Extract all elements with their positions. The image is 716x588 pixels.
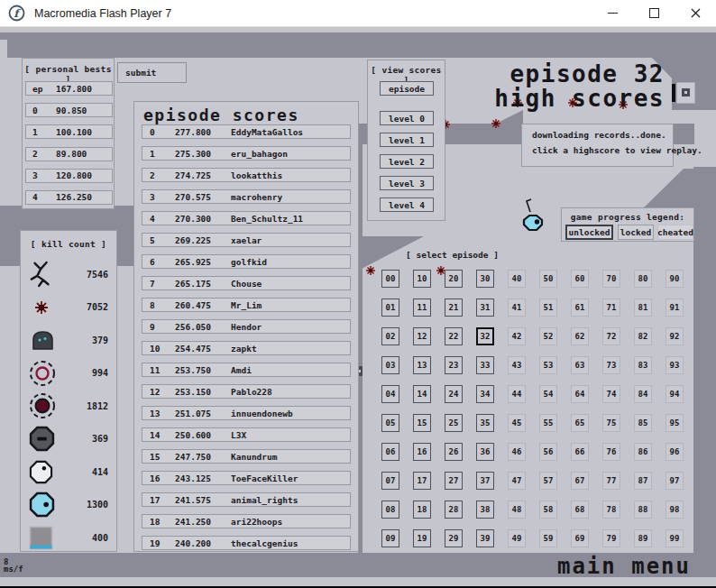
episode-cell[interactable]: 31 — [476, 299, 494, 317]
highscore-row[interactable]: 14 250.600 L3X — [142, 427, 351, 442]
episode-cell[interactable]: 21 — [445, 299, 463, 317]
episode-cell[interactable]: 14 — [413, 385, 431, 403]
view-level-3-button[interactable]: level 3 — [380, 176, 434, 190]
episode-cell[interactable]: 44 — [508, 385, 526, 403]
episode-cell[interactable]: 46 — [508, 443, 526, 461]
episode-cell[interactable]: 59 — [539, 529, 557, 547]
episode-cell[interactable]: 66 — [571, 443, 589, 461]
episode-cell[interactable]: 74 — [602, 385, 620, 403]
episode-cell[interactable]: 04 — [381, 385, 399, 403]
episode-cell[interactable]: 16 — [413, 443, 431, 461]
episode-cell[interactable]: 23 — [445, 356, 463, 374]
episode-cell[interactable]: 29 — [445, 529, 463, 547]
episode-cell[interactable]: 90 — [666, 270, 684, 288]
episode-cell[interactable]: 64 — [571, 385, 589, 403]
episode-cell[interactable]: 69 — [571, 529, 589, 547]
highscore-row[interactable]: 19 240.200 thecalcgenius — [142, 536, 351, 550]
episode-cell[interactable]: 30 — [476, 270, 494, 288]
highscore-row[interactable]: 10 254.475 zapkt — [142, 341, 351, 355]
episode-cell[interactable]: 76 — [602, 443, 620, 461]
highscore-row[interactable]: 16 243.125 ToeFaceKiller — [142, 471, 351, 485]
episode-cell[interactable]: 87 — [634, 472, 652, 490]
episode-cell[interactable]: 68 — [571, 501, 589, 519]
episode-cell[interactable]: 08 — [381, 501, 399, 519]
episode-cell[interactable]: 33 — [476, 356, 494, 374]
episode-cell[interactable]: 88 — [634, 501, 652, 519]
episode-cell[interactable]: 71 — [602, 299, 620, 317]
episode-cell[interactable]: 40 — [508, 270, 526, 288]
episode-cell[interactable]: 15 — [413, 414, 431, 432]
episode-cell[interactable]: 03 — [381, 356, 399, 374]
highscore-row[interactable]: 9 256.050 Hendor — [142, 319, 351, 334]
view-level-0-button[interactable]: level 0 — [380, 111, 434, 125]
episode-cell[interactable]: 84 — [634, 385, 652, 403]
episode-cell[interactable]: 24 — [445, 385, 463, 403]
episode-cell[interactable]: 86 — [634, 443, 652, 461]
episode-cell[interactable]: 55 — [539, 414, 557, 432]
episode-cell[interactable]: 79 — [602, 529, 620, 547]
episode-cell[interactable]: 93 — [666, 356, 684, 374]
view-level-2-button[interactable]: level 2 — [380, 154, 434, 169]
highscore-row[interactable]: 3 270.575 macrohenry — [142, 189, 351, 204]
episode-cell[interactable]: 83 — [634, 356, 652, 374]
episode-cell[interactable]: 07 — [381, 472, 399, 490]
episode-cell[interactable]: 42 — [508, 327, 526, 345]
episode-cell[interactable]: 95 — [666, 414, 684, 432]
episode-cell[interactable]: 96 — [666, 443, 684, 461]
minimize-button[interactable] — [592, 0, 633, 27]
highscore-row[interactable]: 6 265.925 golfkid — [142, 254, 351, 269]
highscore-row[interactable]: 17 241.575 animal_rights — [142, 492, 351, 507]
episode-cell[interactable]: 27 — [445, 472, 463, 490]
episode-cell[interactable]: 54 — [539, 385, 557, 403]
episode-cell[interactable]: 78 — [602, 501, 620, 519]
episode-cell[interactable]: 85 — [634, 414, 652, 432]
episode-cell[interactable]: 11 — [413, 299, 431, 317]
episode-cell[interactable]: 32 — [476, 327, 494, 345]
episode-cell[interactable]: 13 — [413, 356, 431, 374]
episode-cell[interactable]: 51 — [539, 299, 557, 317]
episode-cell[interactable]: 41 — [508, 299, 526, 317]
episode-cell[interactable]: 22 — [445, 327, 463, 345]
episode-cell[interactable]: 77 — [602, 472, 620, 490]
episode-cell[interactable]: 81 — [634, 299, 652, 317]
episode-cell[interactable]: 91 — [666, 299, 684, 317]
episode-cell[interactable]: 50 — [539, 270, 557, 288]
episode-cell[interactable]: 57 — [539, 472, 557, 490]
episode-cell[interactable]: 00 — [381, 270, 399, 288]
episode-cell[interactable]: 34 — [476, 385, 494, 403]
episode-cell[interactable]: 25 — [445, 414, 463, 432]
highscore-row[interactable]: 18 241.250 ari22hoops — [142, 514, 351, 528]
highscore-row[interactable]: 1 275.300 eru_bahagon — [142, 146, 351, 161]
episode-cell[interactable]: 18 — [413, 501, 431, 519]
episode-cell[interactable]: 05 — [381, 414, 399, 432]
main-menu-button[interactable]: main menu — [557, 554, 691, 579]
episode-cell[interactable]: 58 — [539, 501, 557, 519]
episode-cell[interactable]: 39 — [476, 529, 494, 547]
highscore-row[interactable]: 15 247.750 Kanundrum — [142, 449, 351, 464]
view-episode-button[interactable]: episode — [380, 81, 434, 96]
episode-cell[interactable]: 49 — [508, 529, 526, 547]
episode-cell[interactable]: 17 — [413, 472, 431, 490]
episode-cell[interactable]: 63 — [571, 356, 589, 374]
episode-cell[interactable]: 92 — [666, 327, 684, 345]
episode-cell[interactable]: 70 — [602, 270, 620, 288]
episode-cell[interactable]: 52 — [539, 327, 557, 345]
episode-cell[interactable]: 62 — [571, 327, 589, 345]
episode-cell[interactable]: 82 — [634, 327, 652, 345]
episode-cell[interactable]: 20 — [445, 270, 463, 288]
episode-cell[interactable]: 60 — [571, 270, 589, 288]
episode-cell[interactable]: 26 — [445, 443, 463, 461]
episode-cell[interactable]: 61 — [571, 299, 589, 317]
episode-cell[interactable]: 28 — [445, 501, 463, 519]
view-level-4-button[interactable]: level 4 — [380, 198, 434, 212]
highscore-row[interactable]: 5 269.225 xaelar — [142, 233, 351, 247]
episode-cell[interactable]: 47 — [508, 472, 526, 490]
episode-cell[interactable]: 65 — [571, 414, 589, 432]
episode-cell[interactable]: 94 — [666, 385, 684, 403]
episode-cell[interactable]: 10 — [413, 270, 431, 288]
maximize-button[interactable] — [633, 0, 675, 27]
episode-cell[interactable]: 80 — [634, 270, 652, 288]
episode-cell[interactable]: 36 — [476, 443, 494, 461]
episode-cell[interactable]: 72 — [602, 327, 620, 345]
highscore-row[interactable]: 2 274.725 lookatthis — [142, 168, 351, 182]
